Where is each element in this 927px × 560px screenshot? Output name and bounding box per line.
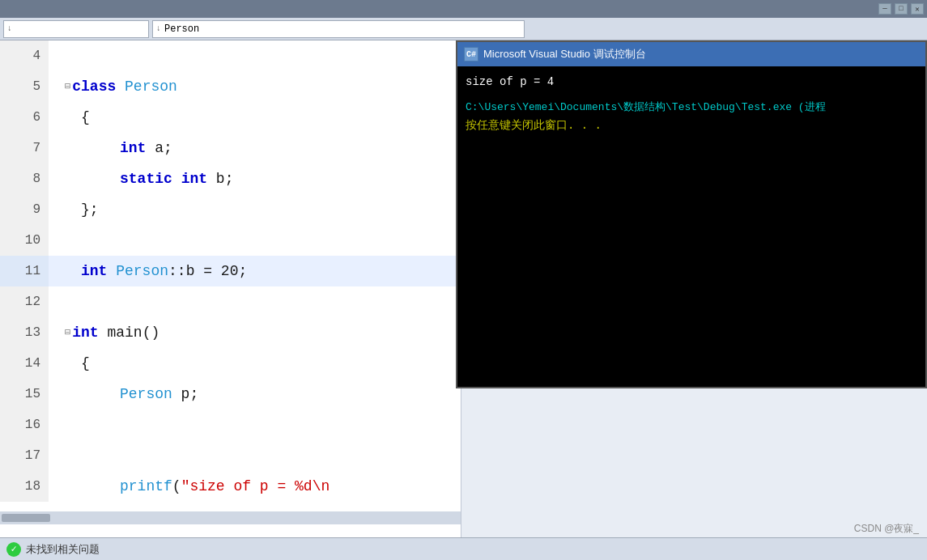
line-number: 6 xyxy=(0,102,49,133)
keyword-int-line11: int xyxy=(81,256,107,286)
console-output-1: size of p = 4 xyxy=(466,75,554,88)
code-content: ⊟ class Person xyxy=(55,71,177,102)
table-row: 13 ⊟ int main() xyxy=(0,317,461,348)
class-name-person: Person xyxy=(120,379,172,409)
collapse-icon-main[interactable]: ⊟ xyxy=(65,317,70,348)
collapse-icon[interactable]: ⊟ xyxy=(65,71,70,102)
space xyxy=(172,163,181,194)
space xyxy=(107,256,116,286)
close-button[interactable]: ✕ xyxy=(911,3,924,15)
line-number: 12 xyxy=(0,286,49,317)
console-line-2: C:\Users\Yemei\Documents\数据结构\Test\Debug… xyxy=(466,99,917,117)
console-title-bar: C# Microsoft Visual Studio 调试控制台 xyxy=(457,42,925,66)
nav-dropdown-left[interactable]: ↓ xyxy=(3,20,149,38)
status-bar: ✓ 未找到相关问题 xyxy=(0,537,927,560)
code-content: int Person ::b = 20; xyxy=(55,256,461,286)
main-area: 4 5 ⊟ class Person 6 xyxy=(0,40,927,537)
line-number: 13 xyxy=(0,317,49,348)
keyword-int-2: int xyxy=(181,163,207,194)
code-text: a; xyxy=(146,133,172,163)
maximize-button[interactable]: □ xyxy=(895,3,908,15)
code-editor[interactable]: 4 5 ⊟ class Person 6 xyxy=(0,40,461,537)
status-text: 未找到相关问题 xyxy=(26,542,100,557)
console-line-1: size of p = 4 xyxy=(466,73,917,91)
console-icon-label: C# xyxy=(466,50,476,59)
code-content: static int b; xyxy=(55,163,233,194)
line-number: 4 xyxy=(0,40,49,71)
table-row: 4 xyxy=(0,40,461,71)
class-ref: Person xyxy=(116,256,168,286)
table-row: 15 Person p; xyxy=(0,379,461,409)
table-row: 17 xyxy=(0,440,461,471)
line-number: 9 xyxy=(0,194,49,225)
code-content: }; xyxy=(55,194,99,225)
brace-close: }; xyxy=(81,194,99,225)
code-text: p; xyxy=(172,379,198,409)
console-line-3: 按任意键关闭此窗口. . . xyxy=(466,117,917,134)
code-content: ⊟ int main() xyxy=(55,317,159,348)
line-number: 7 xyxy=(0,133,49,163)
code-content: printf ( "size of p = %d\n xyxy=(55,471,330,502)
string-literal: "size of p = %d\n xyxy=(181,471,330,502)
code-lines: 4 5 ⊟ class Person 6 xyxy=(0,40,461,502)
checkmark-icon: ✓ xyxy=(11,543,16,555)
console-title-text: Microsoft Visual Studio 调试控制台 xyxy=(483,47,646,62)
down-arrow-icon: ↓ xyxy=(7,24,12,33)
class-name: Person xyxy=(125,71,177,102)
keyword-int-main: int xyxy=(72,317,98,348)
brace-open: { xyxy=(81,102,90,133)
line-number: 15 xyxy=(0,379,49,409)
line-number: 11 xyxy=(0,256,49,286)
line-number: 14 xyxy=(0,348,49,379)
horizontal-scrollbar[interactable] xyxy=(0,511,461,524)
line-number: 5 xyxy=(0,71,49,102)
title-bar: ─ □ ✕ xyxy=(0,0,927,18)
table-row: 7 int a; xyxy=(0,133,461,163)
line-number: 16 xyxy=(0,409,49,440)
line-number: 18 xyxy=(0,471,49,502)
code-content: { xyxy=(55,102,90,133)
table-row: 18 printf ( "size of p = %d\n xyxy=(0,471,461,502)
table-row: 14 { xyxy=(0,348,461,379)
nav-bar: ↓ ↓ Person xyxy=(0,18,927,40)
func-name: printf xyxy=(120,471,172,502)
console-window: C# Microsoft Visual Studio 调试控制台 size of… xyxy=(456,40,927,388)
table-row: 8 static int b; xyxy=(0,163,461,194)
console-output-3: 按任意键关闭此窗口. . . xyxy=(466,119,602,132)
scroll-thumb[interactable] xyxy=(2,514,50,522)
console-app-icon: C# xyxy=(464,47,478,62)
watermark: CSDN @夜寐_ xyxy=(854,522,919,536)
console-body: size of p = 4 C:\Users\Yemei\Documents\数… xyxy=(457,66,925,387)
down-arrow-icon-2: ↓ xyxy=(156,24,161,33)
code-text: ::b = 20; xyxy=(168,256,247,286)
table-row: 9 }; xyxy=(0,194,461,225)
code-content: { xyxy=(55,348,90,379)
code-content: int a; xyxy=(55,133,172,163)
table-row: 10 xyxy=(0,225,461,256)
line-number: 17 xyxy=(0,440,49,471)
table-row: 5 ⊟ class Person xyxy=(0,71,461,102)
nav-right-label: Person xyxy=(164,23,199,35)
nav-dropdown-right[interactable]: ↓ Person xyxy=(152,20,525,38)
status-icon: ✓ xyxy=(6,542,21,557)
code-text: main() xyxy=(99,317,160,348)
minimize-button[interactable]: ─ xyxy=(878,3,891,15)
table-row: 6 { xyxy=(0,102,461,133)
line-number: 10 xyxy=(0,225,49,256)
table-row: 16 xyxy=(0,409,461,440)
code-text: ( xyxy=(172,471,181,502)
keyword-static: static xyxy=(120,163,172,194)
brace-open-main: { xyxy=(81,348,90,379)
keyword-class: class xyxy=(72,71,116,102)
table-row: 11 int Person ::b = 20; xyxy=(0,256,461,286)
line-number: 8 xyxy=(0,163,49,194)
table-row: 12 xyxy=(0,286,461,317)
code-content: Person p; xyxy=(55,379,198,409)
console-spacer xyxy=(466,91,917,99)
keyword-int: int xyxy=(120,133,146,163)
watermark-text: CSDN @夜寐_ xyxy=(854,523,919,534)
console-output-2: C:\Users\Yemei\Documents\数据结构\Test\Debug… xyxy=(466,101,826,113)
code-text: b; xyxy=(207,163,233,194)
space xyxy=(116,71,125,102)
